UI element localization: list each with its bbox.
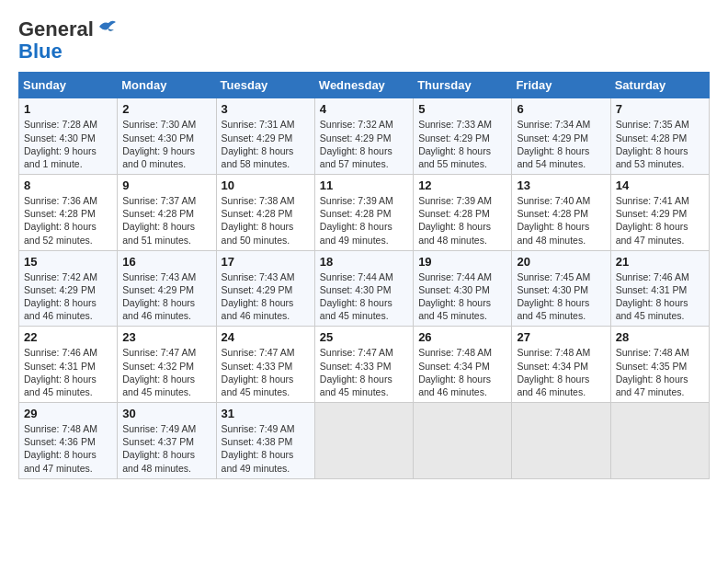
day-info: Sunrise: 7:43 AMSunset: 4:29 PMDaylight:… (222, 271, 295, 322)
day-info: Sunrise: 7:42 AMSunset: 4:29 PMDaylight:… (24, 271, 97, 322)
day-info: Sunrise: 7:48 AMSunset: 4:34 PMDaylight:… (517, 347, 590, 397)
day-info: Sunrise: 7:49 AMSunset: 4:38 PMDaylight:… (222, 423, 295, 474)
logo-bird-icon (96, 19, 116, 36)
calendar-cell: 11 Sunrise: 7:39 AMSunset: 4:28 PMDaylig… (314, 175, 413, 251)
calendar-cell: 29 Sunrise: 7:48 AMSunset: 4:36 PMDaylig… (19, 403, 118, 479)
day-number: 23 (122, 330, 210, 344)
day-info: Sunrise: 7:34 AMSunset: 4:29 PMDaylight:… (517, 119, 590, 169)
day-number: 12 (418, 178, 506, 192)
calendar-week-3: 15 Sunrise: 7:42 AMSunset: 4:29 PMDaylig… (19, 250, 710, 327)
day-number: 16 (122, 255, 210, 269)
day-number: 19 (418, 255, 506, 269)
weekday-header-tuesday: Tuesday (216, 73, 314, 98)
day-info: Sunrise: 7:46 AMSunset: 4:31 PMDaylight:… (24, 347, 97, 397)
calendar-cell: 6 Sunrise: 7:34 AMSunset: 4:29 PMDayligh… (512, 98, 610, 175)
day-number: 22 (24, 330, 112, 344)
calendar-week-5: 29 Sunrise: 7:48 AMSunset: 4:36 PMDaylig… (19, 403, 710, 479)
calendar-cell: 1 Sunrise: 7:28 AMSunset: 4:30 PMDayligh… (19, 98, 118, 175)
day-info: Sunrise: 7:46 AMSunset: 4:31 PMDaylight:… (616, 271, 689, 322)
day-number: 28 (616, 330, 704, 344)
calendar-cell (414, 403, 512, 479)
calendar-cell (314, 403, 413, 479)
calendar-cell: 30 Sunrise: 7:49 AMSunset: 4:37 PMDaylig… (118, 403, 216, 479)
calendar-week-4: 22 Sunrise: 7:46 AMSunset: 4:31 PMDaylig… (19, 327, 710, 403)
page-header: General Blue (18, 18, 710, 63)
calendar-cell: 18 Sunrise: 7:44 AMSunset: 4:30 PMDaylig… (314, 250, 413, 327)
weekday-header-row: SundayMondayTuesdayWednesdayThursdayFrid… (19, 73, 710, 98)
day-info: Sunrise: 7:38 AMSunset: 4:28 PMDaylight:… (222, 195, 295, 246)
calendar-week-2: 8 Sunrise: 7:36 AMSunset: 4:28 PMDayligh… (19, 175, 710, 251)
calendar-cell: 8 Sunrise: 7:36 AMSunset: 4:28 PMDayligh… (19, 175, 118, 251)
day-number: 9 (122, 178, 210, 192)
day-number: 6 (517, 102, 605, 116)
day-number: 31 (222, 407, 310, 420)
day-number: 10 (222, 178, 310, 192)
calendar-cell: 17 Sunrise: 7:43 AMSunset: 4:29 PMDaylig… (216, 250, 314, 327)
day-info: Sunrise: 7:39 AMSunset: 4:28 PMDaylight:… (418, 195, 492, 246)
day-info: Sunrise: 7:37 AMSunset: 4:28 PMDaylight:… (122, 195, 196, 246)
calendar-cell: 12 Sunrise: 7:39 AMSunset: 4:28 PMDaylig… (414, 175, 512, 251)
calendar-cell: 15 Sunrise: 7:42 AMSunset: 4:29 PMDaylig… (19, 250, 118, 327)
day-number: 3 (222, 102, 310, 116)
weekday-header-wednesday: Wednesday (314, 73, 413, 98)
day-number: 24 (222, 330, 310, 344)
calendar-cell: 21 Sunrise: 7:46 AMSunset: 4:31 PMDaylig… (610, 250, 709, 327)
day-info: Sunrise: 7:40 AMSunset: 4:28 PMDaylight:… (517, 195, 590, 246)
calendar-cell: 16 Sunrise: 7:43 AMSunset: 4:29 PMDaylig… (118, 250, 216, 327)
calendar-cell (512, 403, 610, 479)
day-info: Sunrise: 7:47 AMSunset: 4:32 PMDaylight:… (122, 347, 196, 397)
calendar-cell: 24 Sunrise: 7:47 AMSunset: 4:33 PMDaylig… (216, 327, 314, 403)
calendar-cell: 31 Sunrise: 7:49 AMSunset: 4:38 PMDaylig… (216, 403, 314, 479)
day-number: 5 (418, 102, 506, 116)
calendar-cell: 9 Sunrise: 7:37 AMSunset: 4:28 PMDayligh… (118, 175, 216, 251)
day-number: 18 (320, 255, 408, 269)
calendar-cell (610, 403, 709, 479)
calendar-cell: 27 Sunrise: 7:48 AMSunset: 4:34 PMDaylig… (512, 327, 610, 403)
day-info: Sunrise: 7:49 AMSunset: 4:37 PMDaylight:… (122, 423, 196, 474)
day-info: Sunrise: 7:47 AMSunset: 4:33 PMDaylight:… (320, 347, 393, 397)
logo: General Blue (18, 18, 116, 63)
weekday-header-friday: Friday (512, 73, 610, 98)
calendar-cell: 22 Sunrise: 7:46 AMSunset: 4:31 PMDaylig… (19, 327, 118, 403)
day-info: Sunrise: 7:43 AMSunset: 4:29 PMDaylight:… (122, 271, 196, 322)
calendar-cell: 13 Sunrise: 7:40 AMSunset: 4:28 PMDaylig… (512, 175, 610, 251)
day-info: Sunrise: 7:36 AMSunset: 4:28 PMDaylight:… (24, 195, 97, 246)
day-number: 14 (616, 178, 704, 192)
calendar-week-1: 1 Sunrise: 7:28 AMSunset: 4:30 PMDayligh… (19, 98, 710, 175)
calendar-cell: 2 Sunrise: 7:30 AMSunset: 4:30 PMDayligh… (118, 98, 216, 175)
calendar-cell: 26 Sunrise: 7:48 AMSunset: 4:34 PMDaylig… (414, 327, 512, 403)
weekday-header-monday: Monday (118, 73, 216, 98)
day-info: Sunrise: 7:48 AMSunset: 4:35 PMDaylight:… (616, 347, 689, 397)
day-info: Sunrise: 7:32 AMSunset: 4:29 PMDaylight:… (320, 119, 393, 169)
day-number: 13 (517, 178, 605, 192)
day-number: 27 (517, 330, 605, 344)
calendar-cell: 25 Sunrise: 7:47 AMSunset: 4:33 PMDaylig… (314, 327, 413, 403)
day-number: 17 (222, 255, 310, 269)
calendar-cell: 5 Sunrise: 7:33 AMSunset: 4:29 PMDayligh… (414, 98, 512, 175)
day-info: Sunrise: 7:41 AMSunset: 4:29 PMDaylight:… (616, 195, 689, 246)
day-number: 8 (24, 178, 112, 192)
day-info: Sunrise: 7:45 AMSunset: 4:30 PMDaylight:… (517, 271, 590, 322)
day-number: 2 (122, 102, 210, 116)
day-number: 30 (122, 407, 210, 420)
day-info: Sunrise: 7:30 AMSunset: 4:30 PMDaylight:… (122, 119, 196, 169)
day-info: Sunrise: 7:44 AMSunset: 4:30 PMDaylight:… (418, 271, 492, 322)
day-number: 20 (517, 255, 605, 269)
day-info: Sunrise: 7:31 AMSunset: 4:29 PMDaylight:… (222, 119, 295, 169)
weekday-header-saturday: Saturday (610, 73, 709, 98)
day-info: Sunrise: 7:35 AMSunset: 4:28 PMDaylight:… (616, 119, 689, 169)
calendar-cell: 7 Sunrise: 7:35 AMSunset: 4:28 PMDayligh… (610, 98, 709, 175)
logo-blue: Blue (18, 40, 63, 63)
day-info: Sunrise: 7:33 AMSunset: 4:29 PMDaylight:… (418, 119, 492, 169)
day-number: 11 (320, 178, 408, 192)
day-number: 26 (418, 330, 506, 344)
calendar-cell: 4 Sunrise: 7:32 AMSunset: 4:29 PMDayligh… (314, 98, 413, 175)
day-number: 7 (616, 102, 704, 116)
day-number: 29 (24, 407, 112, 420)
day-number: 15 (24, 255, 112, 269)
calendar-table: SundayMondayTuesdayWednesdayThursdayFrid… (18, 72, 710, 478)
calendar-cell: 28 Sunrise: 7:48 AMSunset: 4:35 PMDaylig… (610, 327, 709, 403)
day-info: Sunrise: 7:47 AMSunset: 4:33 PMDaylight:… (222, 347, 295, 397)
day-info: Sunrise: 7:48 AMSunset: 4:34 PMDaylight:… (418, 347, 492, 397)
weekday-header-sunday: Sunday (19, 73, 118, 98)
